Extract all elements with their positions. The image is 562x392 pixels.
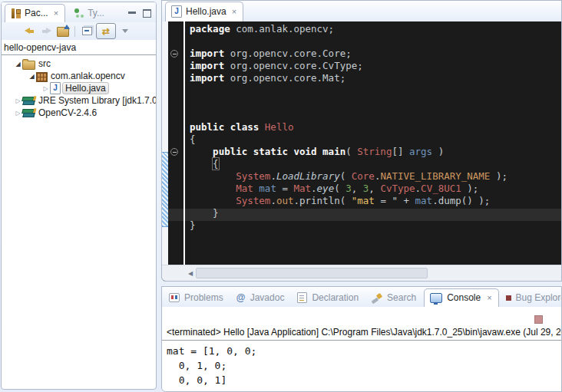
editor-body[interactable]: package com.anlak.opencv; import org.ope… xyxy=(162,21,561,265)
code-line-5[interactable]: import org.opencv.core.Mat; xyxy=(190,72,561,84)
scrollbar-thumb[interactable] xyxy=(196,268,428,278)
fold-marker-main[interactable] xyxy=(170,148,178,156)
tree-item-label: src xyxy=(38,58,51,69)
tab-problems[interactable]: Problems xyxy=(164,289,230,307)
tab-label: Problems xyxy=(184,292,223,303)
close-icon[interactable]: × xyxy=(487,295,491,301)
tree-item-label: JRE System Library [jdk1.7.0_25] xyxy=(38,95,156,106)
java-file-icon xyxy=(50,82,61,94)
back-icon xyxy=(25,28,35,35)
tree-item-2[interactable]: ▷Hello.java xyxy=(2,82,156,94)
bug-icon xyxy=(506,295,511,301)
code-line-9[interactable]: public class Hello xyxy=(190,121,561,133)
console-icon xyxy=(430,293,442,303)
editor-area: Hello.java × package com.anlak.opencv; i… xyxy=(161,0,562,282)
code-line-13[interactable]: System.LoadLibrary( Core.NATIVE_LIBRARY_… xyxy=(190,170,561,183)
bottom-tabstrip: ProblemsJavadocDeclarationSearchConsole×… xyxy=(162,287,561,307)
terminate-icon[interactable] xyxy=(534,315,543,324)
eclipse-workbench: { "package_explorer": { "tabs": [ { "lab… xyxy=(0,0,562,392)
problems-icon xyxy=(169,293,180,302)
tab-label: Declaration xyxy=(312,292,359,303)
annotation-ruler[interactable] xyxy=(168,21,183,265)
tab-label: Console xyxy=(447,292,481,303)
collapse-all-button[interactable] xyxy=(79,25,94,38)
code-line-10[interactable]: { xyxy=(190,133,561,146)
package-explorer-icon xyxy=(11,8,21,18)
tab-hello-java[interactable]: Hello.java × xyxy=(165,2,243,21)
collapsed-twistie-icon[interactable]: ▷ xyxy=(41,85,50,92)
bottom-view-stack: ProblemsJavadocDeclarationSearchConsole×… xyxy=(161,286,562,392)
toolbar-separator xyxy=(74,26,75,37)
expanded-twistie-icon[interactable]: ◢ xyxy=(14,61,22,68)
minimize-icon[interactable] xyxy=(128,12,136,21)
tab-type-hierarchy[interactable]: Ty... xyxy=(68,5,111,22)
console-status-line: <terminated> Hello [Java Application] C:… xyxy=(162,327,561,341)
code-line-2[interactable] xyxy=(190,35,561,48)
console-toolbar xyxy=(162,307,561,327)
back-button[interactable] xyxy=(21,25,37,38)
tab-label: Javadoc xyxy=(250,292,285,303)
collapse-all-icon xyxy=(82,27,92,35)
tab-search[interactable]: Search xyxy=(366,289,422,307)
type-hierarchy-icon xyxy=(74,8,84,18)
java-file-icon xyxy=(171,5,182,18)
code-line-3[interactable]: import org.opencv.core.Core; xyxy=(190,48,561,60)
tree-item-0[interactable]: ◢src xyxy=(2,58,156,70)
console-output-line-1: mat = [1, 0, 0; xyxy=(167,344,557,358)
library-icon xyxy=(22,96,35,106)
library-icon xyxy=(22,108,35,118)
forward-icon xyxy=(41,28,51,35)
link-with-editor-button[interactable]: ⇄ xyxy=(96,23,116,39)
code-line-11[interactable]: public static void main( String[] args ) xyxy=(190,146,561,158)
range-indicator-ruler[interactable] xyxy=(162,21,168,265)
tab-bug-explorer[interactable]: Bug Explorer xyxy=(501,289,562,307)
javadoc-icon xyxy=(236,293,246,303)
view-menu-icon xyxy=(122,29,128,36)
tree-item-label: OpenCV-2.4.6 xyxy=(38,107,97,118)
tree-item-label: Hello.java xyxy=(62,82,109,94)
tree-item-3[interactable]: ▷JRE System Library [jdk1.7.0_25] xyxy=(2,94,156,107)
maximize-icon[interactable] xyxy=(143,9,151,18)
tab-declaration[interactable]: Declaration xyxy=(292,289,365,307)
scroll-left-icon[interactable]: ◀ xyxy=(185,270,196,277)
code-line-6[interactable] xyxy=(190,84,561,97)
go-into-icon xyxy=(57,27,69,37)
tab-package-explorer-label: Pac... xyxy=(25,8,48,18)
close-icon[interactable]: × xyxy=(232,8,236,15)
go-into-button[interactable] xyxy=(55,25,71,38)
code-line-8[interactable] xyxy=(190,109,561,121)
code-text[interactable]: package com.anlak.opencv; import org.ope… xyxy=(185,21,561,265)
code-line-17[interactable]: } xyxy=(190,219,561,232)
package-explorer-chrome: Pac... × Ty... ⇄ xyxy=(2,2,156,40)
console-output[interactable]: mat = [1, 0, 0; 0, 1, 0; 0, 0, 1] xyxy=(162,341,561,390)
tab-package-explorer[interactable]: Pac... × xyxy=(5,4,65,22)
code-line-12[interactable]: { xyxy=(190,158,561,170)
view-menu-button[interactable] xyxy=(117,25,133,38)
view-window-buttons xyxy=(128,8,151,21)
editor-tabstrip: Hello.java × xyxy=(162,1,561,21)
code-line-1[interactable]: package com.anlak.opencv; xyxy=(190,23,561,35)
tab-label: Bug Explorer xyxy=(516,292,562,303)
horizontal-scrollbar[interactable]: ◀ xyxy=(162,265,561,281)
project-header: hello-opencv-java xyxy=(2,40,156,55)
fold-marker-imports[interactable] xyxy=(170,50,178,58)
source-folder-icon xyxy=(22,61,35,70)
tree-item-1[interactable]: ◢com.anlak.opencv xyxy=(2,70,156,82)
tab-console[interactable]: Console× xyxy=(424,288,498,307)
search-icon xyxy=(372,293,382,303)
package-icon xyxy=(36,72,48,82)
code-line-16[interactable]: } xyxy=(190,207,561,219)
tab-label: Search xyxy=(387,292,416,303)
code-line-15[interactable]: System.out.println( "mat = " + mat.dump(… xyxy=(190,195,561,207)
package-explorer-toolbar: ⇄ xyxy=(2,22,156,40)
forward-button[interactable] xyxy=(38,25,54,38)
project-tree: ◢src◢com.anlak.opencv▷Hello.java▷JRE Sys… xyxy=(2,55,156,119)
tree-item-4[interactable]: ▷OpenCV-2.4.6 xyxy=(2,107,156,119)
close-icon[interactable]: × xyxy=(54,10,58,17)
code-line-4[interactable]: import org.opencv.core.CvType; xyxy=(190,60,561,72)
tree-item-label: com.anlak.opencv xyxy=(51,71,125,81)
code-line-7[interactable] xyxy=(190,97,561,109)
code-line-14[interactable]: Mat mat = Mat.eye( 3, 3, CvType.CV_8UC1 … xyxy=(190,183,561,195)
expanded-twistie-icon[interactable]: ◢ xyxy=(28,73,36,80)
tab-javadoc[interactable]: Javadoc xyxy=(231,289,291,307)
